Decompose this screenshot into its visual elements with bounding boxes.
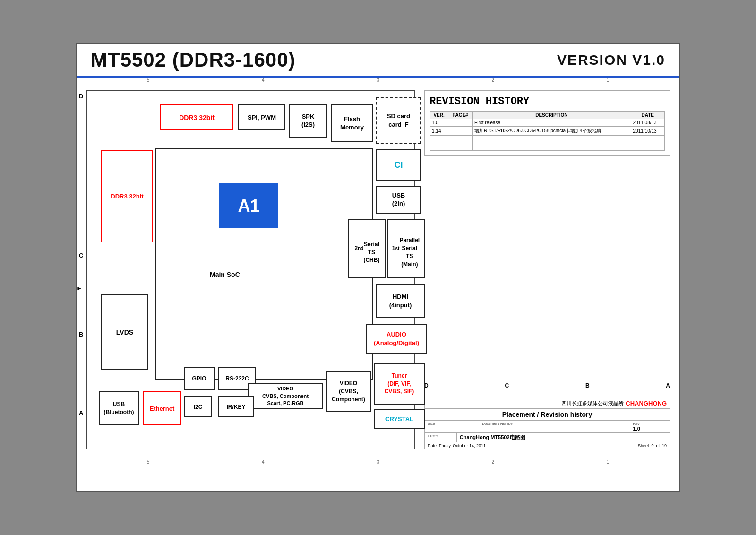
ruler-mark-3: 3	[377, 78, 379, 83]
block-video-label: VIDEOCVBS, ComponentScart, PC-RGB	[248, 383, 323, 409]
revision-row-3	[430, 136, 665, 143]
col-desc: DESCRIPTION	[472, 112, 631, 119]
ruler-bottom-5: 5	[147, 459, 150, 465]
block-irkey: IR/KEY	[218, 396, 254, 417]
right-panel: REVISION HISTORY VER. PAGE# DESCRIPTION …	[424, 90, 670, 449]
size-label: Size	[428, 422, 476, 426]
ruler-mark-4: 4	[262, 78, 265, 83]
block-i2c: I2C	[184, 396, 212, 417]
block-tuner: Tuner(DIF, VIF,CVBS, SIF)	[374, 363, 425, 405]
block-ethernet: Ethernet	[143, 391, 181, 425]
main-soc-box	[155, 148, 373, 380]
block-serial-chb: 2ndSerialTS(CHB)	[348, 219, 386, 278]
revision-row-2: 1.14 增加RBS1/RBS2/CD63/CD64/C158,pcmcia卡增…	[430, 127, 665, 136]
revision-history-title: REVISION HISTORY	[430, 95, 665, 107]
block-ci: CI	[376, 149, 421, 181]
schematic-page: MT5502 (DDR3-1600) VERSION V1.0 5 4 3 2 …	[76, 43, 680, 492]
right-ruler: D C B A	[424, 382, 670, 389]
doc-title: Placement / Revision history	[425, 409, 670, 421]
rev-desc-1: First release	[472, 119, 631, 127]
of-value: 19	[662, 443, 667, 448]
revision-table: VER. PAGE# DESCRIPTION DATE 1.0 First re…	[430, 111, 665, 151]
block-hdmi: HDMI(4input)	[376, 284, 425, 318]
rev-value: 1.0	[633, 426, 667, 431]
block-lvds: LVDS	[101, 294, 148, 370]
cust-label: Custm	[428, 434, 454, 438]
header: MT5502 (DDR3-1600) VERSION V1.0	[77, 44, 679, 78]
schematic-area: D C B A ► ► DDR3 32bit SPI, PWM SPK(I2S)	[86, 90, 415, 449]
cust-value-cell: ChangHong MT5502电路图	[457, 433, 670, 442]
date-cell: Date: Friday, October 14, 2011	[425, 442, 635, 449]
cust-label-cell: Custm	[425, 433, 457, 442]
block-crystal: CRYSTAL	[374, 409, 425, 429]
ruler-bottom-2: 2	[491, 459, 494, 465]
of-label: of	[656, 443, 660, 448]
ruler-bottom-1: 1	[607, 459, 610, 465]
sheet-cell: Sheet 0 of 19	[635, 442, 670, 449]
block-sdcard: SD cardcard IF	[376, 97, 421, 144]
spacer	[424, 163, 670, 375]
ruler-mark-2: 2	[491, 78, 494, 83]
ruler-bottom: 5 4 3 2 1	[77, 459, 679, 465]
rev-date-1: 2011/08/13	[631, 119, 664, 127]
rev-desc-2: 增加RBS1/RBS2/CD63/CD64/C158,pcmcia卡增加4个按地…	[472, 127, 631, 136]
rev-date-2: 2011/10/13	[631, 127, 664, 136]
date-label: Date:	[428, 443, 438, 448]
ruler-mark-1: 1	[607, 78, 610, 83]
page-title: MT5502 (DDR3-1600)	[91, 49, 296, 71]
schematic-border: DDR3 32bit SPI, PWM SPK(I2S) FlashMemory…	[86, 90, 415, 449]
right-label-c: C	[505, 382, 509, 389]
block-usb2in: USB(2in)	[376, 186, 421, 214]
version-label: VERSION V1.0	[557, 52, 665, 68]
rev-ver-2: 1.14	[430, 127, 448, 136]
sheet-value: 0	[651, 443, 653, 448]
block-spi-pwm: SPI, PWM	[238, 104, 285, 130]
block-a1: A1	[219, 183, 278, 228]
ruler-bottom-4: 4	[262, 459, 265, 465]
ruler-top: 5 4 3 2 1	[77, 78, 679, 83]
rev-label: Rev	[633, 422, 667, 426]
side-label-c: C	[79, 252, 83, 259]
right-label-a: A	[666, 382, 670, 389]
main-content: D C B A ► ► DDR3 32bit SPI, PWM SPK(I2S)	[77, 83, 679, 457]
rev-page-2	[448, 127, 472, 136]
col-date: DATE	[631, 112, 664, 119]
date-value: Friday, October 14, 2011	[439, 443, 486, 448]
cust-value: ChangHong MT5502电路图	[460, 434, 667, 441]
right-label-d: D	[424, 382, 429, 389]
ruler-mark-5: 5	[147, 78, 150, 83]
side-label-b: B	[79, 331, 83, 338]
docnum-cell: Document Number	[479, 421, 630, 432]
col-page: PAGE#	[448, 112, 472, 119]
block-flash-memory: FlashMemory	[331, 104, 373, 142]
block-video-cvbs: VIDEO(CVBS,Component)	[326, 371, 371, 412]
revision-row-1: 1.0 First release 2011/08/13	[430, 119, 665, 127]
block-usb-bt: USB(Bluetooth)	[99, 391, 139, 425]
cust-row: Custm ChangHong MT5502电路图	[425, 433, 670, 442]
ruler-bottom-3: 3	[377, 459, 379, 465]
block-ddr3-left: DDR3 32bit	[101, 150, 153, 242]
block-spk: SPK(I2S)	[289, 104, 327, 138]
block-gpio: GPIO	[184, 367, 215, 390]
rev-cell: Rev 1.0	[630, 421, 670, 432]
size-docnum-row: Size Document Number Rev 1.0	[425, 421, 670, 433]
company-cn: 四川长虹多媒体公司液晶所	[561, 400, 624, 407]
date-sheet-row: Date: Friday, October 14, 2011 Sheet 0 o…	[425, 442, 670, 449]
rev-page-1	[448, 119, 472, 127]
revision-row-4	[430, 143, 665, 151]
block-parallel-serial: 1stParallelSerialTS(Main)	[387, 219, 425, 278]
company-row: 四川长虹多媒体公司液晶所 CHANGHONG	[425, 398, 670, 409]
rev-ver-1: 1.0	[430, 119, 448, 127]
block-ddr3-top: DDR3 32bit	[160, 104, 233, 130]
title-block: 四川长虹多媒体公司液晶所 CHANGHONG Placement / Revis…	[424, 398, 670, 449]
sheet-label: Sheet	[638, 443, 649, 448]
arrow-left: ►	[77, 288, 86, 288]
size-cell: Size	[425, 421, 479, 432]
revision-history-section: REVISION HISTORY VER. PAGE# DESCRIPTION …	[424, 90, 670, 156]
company-en: CHANGHONG	[626, 400, 667, 407]
side-label-d-top: D	[79, 93, 83, 100]
docnum-label: Document Number	[482, 422, 627, 426]
right-label-b: B	[585, 382, 590, 389]
block-audio: AUDIO(Analog/Digital)	[366, 324, 427, 354]
block-main-soc-label: Main SoC	[210, 271, 240, 278]
